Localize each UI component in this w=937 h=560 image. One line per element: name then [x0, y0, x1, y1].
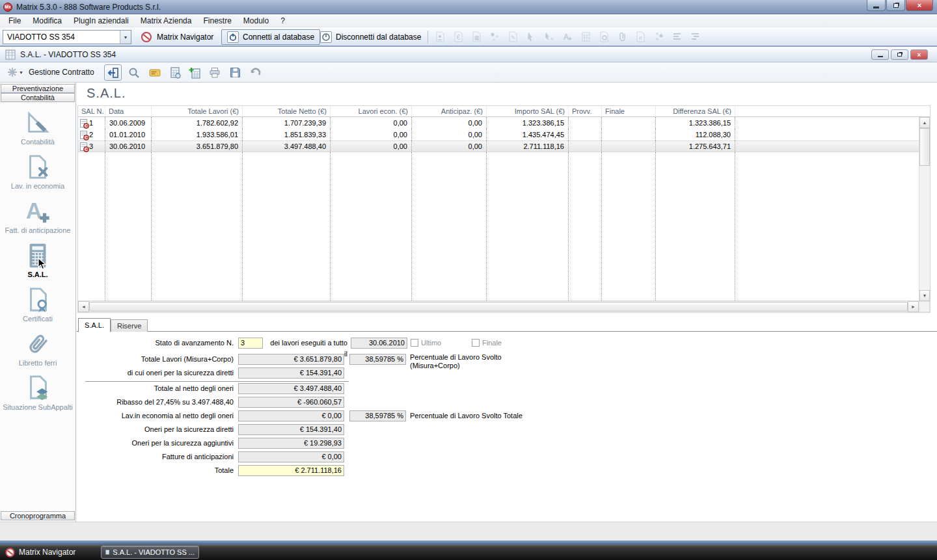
checkbox-ultimo[interactable]: Ultimo: [411, 338, 441, 349]
calc-detail-button[interactable]: [166, 64, 183, 81]
close-button[interactable]: ×: [906, 0, 933, 11]
save-icon: [230, 67, 241, 78]
col-header-totale-lavori[interactable]: Totale Lavori (€): [152, 106, 243, 116]
query-filter2-icon[interactable]: [690, 31, 701, 42]
cursor-doc-icon[interactable]: [526, 31, 537, 42]
taskbar-task-button[interactable]: S.A.L. - VIADOTTO SS ...: [101, 546, 199, 559]
menu-item-modulo[interactable]: Modulo: [238, 15, 275, 27]
payments-button[interactable]: [146, 64, 163, 81]
field-totale-lavori[interactable]: € 3.651.879,80: [238, 354, 344, 365]
doc-euro-icon[interactable]: €: [453, 31, 464, 42]
field-sal-date[interactable]: 30.06.2010: [351, 338, 407, 349]
field-totale-netto-oneri[interactable]: € 3.497.488,40: [238, 383, 344, 394]
checkbox-finale[interactable]: Finale: [472, 338, 502, 349]
cell-data: 30.06.2009: [105, 117, 152, 129]
undo-button[interactable]: [246, 64, 264, 81]
menu-item-matrix-azienda[interactable]: Matrix Azienda: [135, 15, 198, 27]
field-oneri-diretti[interactable]: € 154.391,40: [238, 424, 344, 435]
disabled-toolbar-icons: € ▦ ✎ × A e: [435, 31, 701, 42]
field-oneri-sicurezza-diretti[interactable]: € 154.391,40: [238, 367, 344, 379]
doc-table-icon[interactable]: ▦: [471, 31, 482, 42]
search-button[interactable]: [125, 64, 143, 81]
col-header-sal-n[interactable]: SAL N.: [78, 106, 105, 116]
menu-item-modifica[interactable]: Modifica: [27, 15, 68, 27]
field-lav-economia-netto[interactable]: € 0,00: [238, 410, 344, 421]
field-fatture-anticipazioni[interactable]: € 0,00: [238, 451, 344, 462]
nodes-icon[interactable]: [489, 31, 500, 42]
doc-edit-icon[interactable]: ✎: [508, 31, 519, 42]
field-pct-totale[interactable]: 38,59785 %: [349, 410, 406, 421]
calc-add-button[interactable]: [185, 64, 203, 81]
col-header-lavori-econ[interactable]: Lavori econ. (€): [331, 106, 412, 116]
scroll-down-arrow[interactable]: ▼: [919, 290, 930, 301]
sal-table: SAL N. Data Totale Lavori (€) Totale Net…: [77, 105, 930, 313]
sidebar-group-cronoprogramma[interactable]: Cronoprogramma: [1, 511, 75, 520]
sidebar-item-contabilita[interactable]: Contabilità: [0, 105, 75, 150]
tab-riserve[interactable]: Riserve: [111, 319, 148, 332]
field-ribasso[interactable]: € -960.060,57: [238, 397, 344, 408]
save-button[interactable]: [226, 64, 244, 81]
chevron-down-icon[interactable]: ▼: [120, 31, 131, 44]
sidebar-item-fatt-di-anticipazione[interactable]: A Fatt. di anticipazione: [0, 194, 75, 238]
label-pct-totale: Percentuale di Lavoro Svolto Totale: [410, 412, 523, 420]
query-filter-icon[interactable]: [672, 31, 683, 42]
minimize-button[interactable]: [867, 0, 886, 11]
restore-button[interactable]: [886, 0, 905, 11]
sidebar-item-libretto-ferri[interactable]: Libretto ferri: [0, 327, 75, 371]
sidebar-group-preventivazione[interactable]: Preventivazione: [1, 84, 75, 93]
scroll-right-arrow[interactable]: ►: [908, 301, 919, 312]
calculator-icon[interactable]: [580, 31, 591, 42]
cell-finale: [602, 140, 656, 152]
tab-sal[interactable]: S.A.L.: [78, 318, 111, 332]
child-minimize-button[interactable]: [871, 49, 889, 60]
sidebar-item-lav-in-economia[interactable]: Lav. in economia: [0, 150, 75, 194]
doc-user-icon[interactable]: [435, 31, 446, 42]
font-add-icon[interactable]: A: [562, 31, 573, 42]
doc-e-icon[interactable]: e: [635, 31, 646, 42]
col-header-provv[interactable]: Provv.: [569, 106, 602, 116]
col-header-finale[interactable]: Finale: [602, 106, 656, 116]
sidebar-item-situazione-subappalti[interactable]: Situazione SubAppalti: [0, 371, 75, 415]
nodes2-icon[interactable]: [653, 31, 664, 42]
field-sal-number[interactable]: 3: [238, 338, 263, 349]
field-pct-misura[interactable]: 38,59785 %: [349, 354, 406, 365]
scroll-left-arrow[interactable]: ◄: [78, 301, 89, 312]
col-header-anticipaz[interactable]: Anticipaz. (€): [412, 106, 487, 116]
sidebar-item-certificati[interactable]: Certificati: [0, 282, 75, 327]
menu-item-file[interactable]: File: [3, 15, 27, 27]
cursor-delete-icon[interactable]: ×: [544, 31, 555, 42]
field-totale[interactable]: € 2.711.118,16: [238, 465, 344, 476]
vertical-scroll-thumb[interactable]: [919, 128, 930, 166]
undo-icon: [249, 67, 261, 79]
module-menu-button[interactable]: ▼: [7, 66, 23, 78]
print-button[interactable]: [206, 64, 223, 81]
sidebar-group-contabilita[interactable]: Contabilità: [1, 93, 75, 102]
exit-button[interactable]: [104, 64, 122, 81]
project-selector[interactable]: VIADOTTO SS 354 ▼: [3, 30, 131, 44]
col-header-differenza-sal[interactable]: Differenza SAL (€): [656, 106, 735, 116]
col-header-importo-sal[interactable]: Importo SAL (€): [487, 106, 569, 116]
connect-database-button[interactable]: Connetti al database: [221, 29, 320, 45]
doc-search-icon[interactable]: [599, 31, 610, 42]
field-oneri-aggiuntivi[interactable]: € 19.298,93: [238, 438, 344, 449]
table-row[interactable]: C2 01.01.2010 1.933.586,01 1.851.839,33 …: [78, 129, 930, 140]
cell-totale-lavori: 1.933.586,01: [152, 129, 243, 140]
horizontal-scroll-thumb[interactable]: [89, 302, 908, 312]
col-header-totale-netto[interactable]: Totale Netto (€): [243, 106, 331, 116]
matrix-navigator-button[interactable]: Matrix Navigator: [137, 30, 217, 44]
disconnect-database-button[interactable]: Disconnetti dal database: [315, 29, 426, 45]
sidebar-item-sal[interactable]: S.A.L.: [0, 238, 75, 282]
child-close-button[interactable]: ×: [910, 49, 928, 60]
menu-item-plugin-aziendali[interactable]: PlugIn aziendali: [68, 15, 135, 27]
child-restore-button[interactable]: [891, 49, 908, 60]
menu-item-help[interactable]: ?: [275, 15, 291, 27]
col-header-data[interactable]: Data: [105, 106, 152, 116]
horizontal-scrollbar[interactable]: ◄ ►: [78, 300, 930, 312]
table-row[interactable]: C1 30.06.2009 1.782.602,92 1.707.239,39 …: [78, 117, 930, 129]
menu-item-finestre[interactable]: Finestre: [197, 15, 237, 27]
paperclip-icon[interactable]: [617, 31, 628, 42]
vertical-scrollbar[interactable]: ▲ ▼: [919, 117, 930, 301]
scroll-up-arrow[interactable]: ▲: [919, 117, 930, 128]
table-row-selected[interactable]: C3 30.06.2010 3.651.879,80 3.497.488,40 …: [78, 140, 930, 152]
taskbar-navigator[interactable]: Matrix Navigator: [0, 548, 75, 557]
